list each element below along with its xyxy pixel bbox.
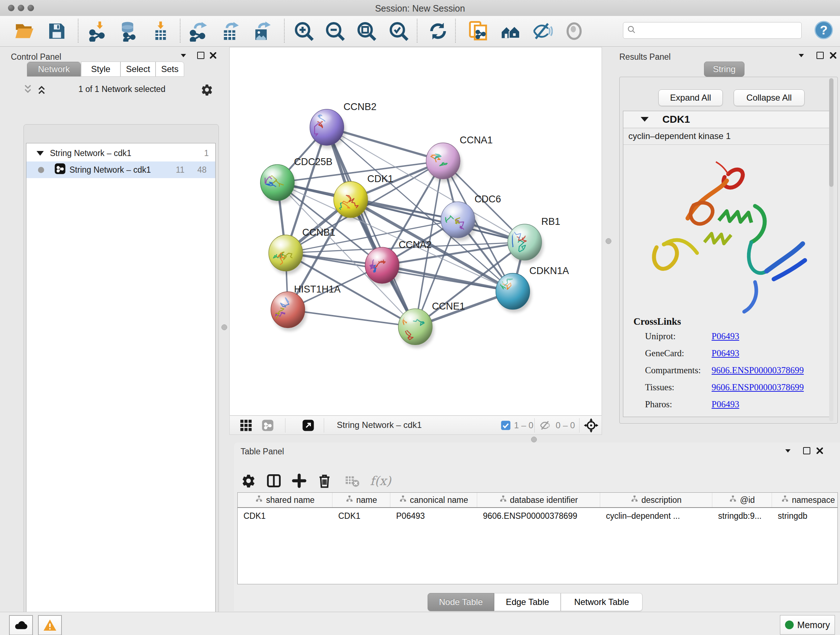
crosslink-genecard[interactable]: P06493 <box>712 348 739 358</box>
column-header-shared-name[interactable]: shared name <box>238 493 332 507</box>
node-label-CCNA2: CCNA2 <box>399 239 431 250</box>
zoom-fit-icon[interactable] <box>355 19 378 43</box>
table-panel-close-icon[interactable] <box>814 445 825 456</box>
table-cell[interactable]: stringdb:9... <box>712 508 772 524</box>
crosslink-tissues[interactable]: 9606.ENSP00000378699 <box>712 382 804 393</box>
memory-ok-indicator <box>785 621 794 629</box>
network-node-CDK1[interactable]: CDK1 <box>333 173 393 221</box>
tab-sets[interactable]: Sets <box>156 62 184 77</box>
open-view-in-window-icon[interactable] <box>302 419 314 433</box>
collapse-triangle-icon[interactable] <box>36 151 44 156</box>
delete-column-trash-icon[interactable] <box>315 471 334 490</box>
expand-all-chevrons-icon[interactable] <box>36 84 47 96</box>
warning-status-button[interactable] <box>38 615 62 635</box>
hidden-eye-slash-icon[interactable] <box>539 420 551 432</box>
show-hidden-eye-icon[interactable] <box>562 19 586 43</box>
tab-edge-table[interactable]: Edge Table <box>494 593 561 611</box>
table-cell[interactable]: P06493 <box>390 508 477 524</box>
help-icon[interactable]: ? <box>812 19 835 42</box>
import-table-icon[interactable] <box>149 19 172 43</box>
bottom-splitter-handle[interactable] <box>531 437 537 442</box>
control-panel-menu-icon[interactable] <box>178 50 189 61</box>
hide-selected-eye-slash-icon[interactable] <box>531 19 554 43</box>
tab-network[interactable]: Network <box>27 62 81 77</box>
table-cell[interactable]: CDK1 <box>332 508 390 524</box>
save-session-icon[interactable] <box>45 19 68 43</box>
table-cell[interactable]: CDK1 <box>238 508 332 524</box>
export-image-icon[interactable] <box>250 19 273 43</box>
network-graph[interactable]: CCNB2CCNA1CDC25BCDK1CDC6RB1CCNB1CCNA2CDK… <box>230 48 602 415</box>
results-scrollbar-thumb[interactable] <box>829 78 834 187</box>
delete-table-icon[interactable] <box>343 471 362 490</box>
crosslink-uniprot[interactable]: P06493 <box>712 331 739 341</box>
search-field[interactable] <box>623 22 802 39</box>
network-type-icon <box>54 163 66 177</box>
table-cell[interactable]: 9606.ENSP00000378699 <box>477 508 600 524</box>
column-header-database-identifier[interactable]: database identifier <box>477 493 600 507</box>
tab-network-table[interactable]: Network Table <box>561 593 643 611</box>
table-settings-gear-icon[interactable] <box>239 471 258 490</box>
string-home-icon[interactable] <box>499 19 522 43</box>
table-cell[interactable]: cyclin–dependent ... <box>600 508 712 524</box>
crosslink-pharos[interactable]: P06493 <box>712 399 739 409</box>
network-tree-child-row[interactable]: String Network – cdk1 11 48 <box>27 162 215 178</box>
network-node-CDKN1A[interactable]: CDKN1A <box>496 265 569 313</box>
selected-checkbox-icon[interactable] <box>501 420 511 432</box>
crosslinks-section: CrossLinks Uniprot: P06493 GeneCard: P06… <box>623 316 834 417</box>
collapse-triangle-icon[interactable] <box>641 117 649 122</box>
network-node-HIST1H1A[interactable]: HIST1H1A <box>271 284 341 331</box>
results-panel-close-icon[interactable] <box>828 50 838 61</box>
zoom-in-icon[interactable] <box>292 19 316 43</box>
cloud-status-button[interactable] <box>9 615 33 635</box>
column-header-description[interactable]: description <box>600 493 712 507</box>
table-panel-float-icon[interactable] <box>801 445 812 456</box>
open-file-icon[interactable] <box>13 19 36 43</box>
zoom-selected-icon[interactable] <box>387 19 410 43</box>
left-splitter-handle[interactable] <box>221 325 227 330</box>
import-network-database-icon[interactable] <box>117 19 140 43</box>
network-node-RB1[interactable]: RB1 <box>508 216 560 264</box>
grid-view-icon[interactable] <box>240 419 252 433</box>
network-tree-root-row[interactable]: String Network – cdk1 1 <box>27 145 215 162</box>
selected-node-edge-counter: 1 – 0 <box>514 420 533 431</box>
refresh-icon[interactable] <box>426 19 450 43</box>
control-panel-float-icon[interactable] <box>195 50 206 61</box>
add-column-plus-icon[interactable] <box>290 471 309 490</box>
column-header--id[interactable]: @id <box>712 493 772 507</box>
collapse-all-button[interactable]: Collapse All <box>734 89 805 106</box>
clone-network-icon[interactable] <box>467 19 490 43</box>
network-view-share-icon[interactable] <box>262 419 274 433</box>
collapse-all-chevrons-icon[interactable] <box>22 84 33 96</box>
zoom-out-icon[interactable] <box>324 19 347 43</box>
table-row[interactable]: CDK1CDK1P064939606.ENSP00000378699cyclin… <box>238 508 838 524</box>
function-builder-icon[interactable]: f(x) <box>364 471 397 490</box>
right-splitter-handle[interactable] <box>606 238 611 244</box>
results-panel-menu-icon[interactable] <box>796 50 807 61</box>
tab-select[interactable]: Select <box>120 62 156 77</box>
tab-style[interactable]: Style <box>81 62 120 77</box>
export-table-icon[interactable] <box>219 19 242 43</box>
crosslink-compartments[interactable]: 9606.ENSP00000378699 <box>712 365 804 375</box>
network-node-CCNE1[interactable]: CCNE1 <box>398 301 465 348</box>
column-header-canonical-name[interactable]: canonical name <box>390 493 477 507</box>
network-canvas[interactable]: CCNB2CCNA1CDC25BCDK1CDC6RB1CCNB1CCNA2CDK… <box>229 47 602 416</box>
memory-button[interactable]: Memory <box>780 615 835 635</box>
export-network-icon[interactable] <box>187 19 210 43</box>
network-options-gear-icon[interactable] <box>201 83 213 98</box>
result-card-header[interactable]: CDK1 <box>623 111 833 128</box>
network-node-CCNA1[interactable]: CCNA1 <box>426 135 493 182</box>
column-header-namespace[interactable]: namespace <box>772 493 838 507</box>
show-columns-icon[interactable] <box>264 471 283 490</box>
tab-string[interactable]: String <box>704 62 745 77</box>
results-panel-float-icon[interactable] <box>815 50 826 61</box>
tab-node-table[interactable]: Node Table <box>428 593 494 611</box>
search-input[interactable] <box>640 25 801 35</box>
control-panel-close-icon[interactable] <box>208 50 218 61</box>
table-cell[interactable]: stringdb <box>772 508 838 524</box>
pan-crosshair-icon[interactable] <box>584 418 599 434</box>
table-panel-menu-icon[interactable] <box>783 445 793 456</box>
expand-all-button[interactable]: Expand All <box>658 89 723 106</box>
import-network-file-icon[interactable] <box>87 19 110 43</box>
network-node-CCNB1[interactable]: CCNB1 <box>269 227 335 274</box>
column-header-name[interactable]: name <box>332 493 390 507</box>
